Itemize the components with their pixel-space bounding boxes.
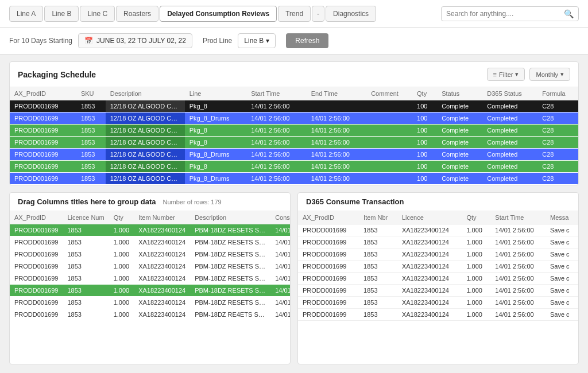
- dc-col-ax-prod-id[interactable]: AX_ProdID: [10, 211, 63, 224]
- col-sku[interactable]: SKU: [76, 87, 106, 100]
- dc-col-consume-time[interactable]: Consume Time: [270, 211, 290, 224]
- col-start-time[interactable]: Start Time: [246, 87, 306, 100]
- refresh-button[interactable]: Refresh: [286, 33, 328, 48]
- table-row[interactable]: PRODD001699 1853 12/18 OZ ALGOOD CRUNCHY…: [10, 125, 578, 137]
- table-row[interactable]: PRODD001699 1853 XA18223400124 1.000 14/…: [298, 273, 578, 285]
- d365-col-message[interactable]: Messa: [546, 211, 578, 224]
- table-row[interactable]: PRODD001699 1853 XA18223400124 1.000 14/…: [298, 285, 578, 297]
- cell-formula: C28: [537, 161, 578, 173]
- table-row[interactable]: PRODD001699 1853 XA18223400124 1.000 14/…: [298, 224, 578, 236]
- dc-cell-licence: 1853: [63, 224, 109, 236]
- table-row[interactable]: PRODD001699 1853 12/18 OZ ALGOOD CRUNCHY…: [10, 137, 578, 149]
- dc-cell-ax-prod-id: PRODD001699: [10, 236, 63, 248]
- cell-d365-status: Completed: [482, 137, 537, 149]
- table-row[interactable]: PRODD001699 1853 XA18223400124 1.000 14/…: [298, 297, 578, 309]
- col-description[interactable]: Description: [106, 87, 185, 100]
- cell-status: Complete: [437, 149, 482, 161]
- drag-columns-header: Drag Columns titles here to group data N…: [10, 193, 290, 211]
- col-qty[interactable]: Qty: [412, 87, 437, 100]
- d365-cell-message: Save c: [546, 309, 578, 321]
- dc-cell-consume-time: 14/01 2:56:00: [270, 261, 290, 273]
- col-d365-status[interactable]: D365 Status: [482, 87, 537, 100]
- drag-columns-title: Drag Columns titles here to group data: [18, 197, 156, 206]
- d365-col-ax-prod-id[interactable]: AX_ProdID: [298, 211, 359, 224]
- dc-col-qty[interactable]: Qty: [109, 211, 134, 224]
- nav-tab-line-b[interactable]: Line B: [44, 6, 79, 22]
- table-row[interactable]: PRODD001699 1853 1.000 XA18223400124 PBM…: [10, 297, 290, 309]
- table-row[interactable]: PRODD001699 1853 1.000 XA18223400124 PBM…: [10, 261, 290, 273]
- cell-end-time: 14/01 2:56:00: [307, 161, 366, 173]
- d365-col-licence[interactable]: Licence: [397, 211, 462, 224]
- table-row[interactable]: PRODD001699 1853 XA18223400124 1.000 14/…: [298, 261, 578, 273]
- drag-columns-table-wrap: AX_ProdID Licence Num Qty Item Number De…: [10, 211, 290, 321]
- nav-tab-roasters[interactable]: Roasters: [116, 6, 158, 22]
- cell-qty: 100: [412, 125, 437, 137]
- packaging-schedule-title: Packaging Schedule: [18, 70, 96, 79]
- cell-end-time: 14/01 2:56:00: [307, 112, 366, 125]
- table-row[interactable]: PRODD001699 1853 1.000 XA18223400124 PBM…: [10, 273, 290, 285]
- cell-comment: [366, 173, 412, 185]
- d365-cell-message: Save c: [546, 248, 578, 261]
- cell-ax-prod-id: PRODD001699: [10, 173, 76, 185]
- cell-end-time: 14/01 2:56:00: [307, 149, 366, 161]
- nav-tab-diagnostics[interactable]: Diagnostics: [326, 6, 376, 22]
- bottom-panels: Drag Columns titles here to group data N…: [9, 192, 579, 364]
- table-row[interactable]: PRODD001699 1853 1.000 XA18223400124 PBM…: [10, 309, 290, 321]
- monthly-button[interactable]: Monthly ▾: [529, 68, 570, 81]
- nav-tab-dash[interactable]: -: [312, 6, 324, 22]
- nav-tab-line-a[interactable]: Line A: [9, 6, 43, 22]
- table-row[interactable]: PRODD001699 1853 1.000 XA18223400124 PBM…: [10, 285, 290, 297]
- cell-formula: C28: [537, 125, 578, 137]
- table-row[interactable]: PRODD001699 1853 12/18 OZ ALGOOD CRUNCHY…: [10, 173, 578, 185]
- cell-line: Pkg_8_Drums: [185, 112, 247, 125]
- d365-cell-qty: 1.000: [462, 224, 490, 236]
- cell-ax-prod-id: PRODD001699: [10, 161, 76, 173]
- nav-tab-delayed[interactable]: Delayed Consumption Reviews: [160, 6, 277, 22]
- cell-ax-prod-id: PRODD001699: [10, 137, 76, 149]
- table-row[interactable]: PRODD001699 1853 12/18 OZ ALGOOD CRUNCHY…: [10, 112, 578, 125]
- prod-line-select[interactable]: Line B ▾: [238, 33, 276, 48]
- col-status[interactable]: Status: [437, 87, 482, 100]
- cell-sku: 1853: [76, 137, 106, 149]
- d365-cell-message: Save c: [546, 261, 578, 273]
- d365-cell-item-nbr: 1853: [359, 309, 397, 321]
- table-row[interactable]: PRODD001699 1853 1.000 XA18223400124 PBM…: [10, 248, 290, 261]
- dc-col-item-number[interactable]: Item Number: [134, 211, 190, 224]
- table-row[interactable]: PRODD001699 1853 1.000 XA18223400124 PBM…: [10, 224, 290, 236]
- filter-button[interactable]: ≡ Filter ▾: [487, 68, 525, 81]
- col-line[interactable]: Line: [185, 87, 247, 100]
- nav-tab-trend[interactable]: Trend: [278, 6, 311, 22]
- d365-col-start-time[interactable]: Start Time: [490, 211, 546, 224]
- drag-columns-table: AX_ProdID Licence Num Qty Item Number De…: [10, 211, 290, 321]
- table-row[interactable]: PRODD001699 1853 XA18223400124 1.000 14/…: [298, 236, 578, 248]
- table-row[interactable]: PRODD001699 1853 XA18223400124 1.000 14/…: [298, 309, 578, 321]
- cell-start-time: 14/01 2:56:00: [246, 100, 306, 112]
- table-row[interactable]: PRODD001699 1853 12/18 OZ ALGOOD CRUNCHY…: [10, 161, 578, 173]
- col-end-time[interactable]: End Time: [307, 87, 366, 100]
- packaging-schedule-table: AX_ProdID SKU Description Line Start Tim…: [10, 87, 578, 185]
- table-row[interactable]: PRODD001699 1853 12/18 OZ ALGOOD CRUNCHY…: [10, 100, 578, 112]
- search-input[interactable]: [446, 10, 564, 18]
- d365-cell-item-nbr: 1853: [359, 224, 397, 236]
- d365-cell-start-time: 14/01 2:56:00: [490, 261, 546, 273]
- cell-d365-status: Completed: [482, 173, 537, 185]
- date-range-picker[interactable]: 📅 JUNE 03, 22 TO JULY 02, 22: [78, 33, 192, 48]
- dc-col-description[interactable]: Description: [190, 211, 270, 224]
- table-row[interactable]: PRODD001699 1853 XA18223400124 1.000 14/…: [298, 248, 578, 261]
- cell-description: 12/18 OZ ALGOOD CRUNCHY: [106, 149, 185, 161]
- cell-end-time: 14/01 2:56:00: [307, 137, 366, 149]
- col-formula[interactable]: Formula: [537, 87, 578, 100]
- d365-col-qty[interactable]: Qty: [462, 211, 490, 224]
- search-bar[interactable]: 🔍: [441, 6, 579, 21]
- nav-tab-line-c[interactable]: Line C: [80, 6, 115, 22]
- cell-line: Pkg_8: [185, 125, 247, 137]
- dc-col-licence[interactable]: Licence Num: [63, 211, 109, 224]
- cell-ax-prod-id: PRODD001699: [10, 100, 76, 112]
- col-comment[interactable]: Comment: [366, 87, 412, 100]
- cell-line: Pkg_8: [185, 161, 247, 173]
- table-row[interactable]: PRODD001699 1853 1.000 XA18223400124 PBM…: [10, 236, 290, 248]
- table-row[interactable]: PRODD001699 1853 12/18 OZ ALGOOD CRUNCHY…: [10, 149, 578, 161]
- dc-cell-description: PBM-18DZ RESETS SMOOTH: [190, 248, 270, 261]
- col-ax-prod-id[interactable]: AX_ProdID: [10, 87, 76, 100]
- d365-col-item-nbr[interactable]: Item Nbr: [359, 211, 397, 224]
